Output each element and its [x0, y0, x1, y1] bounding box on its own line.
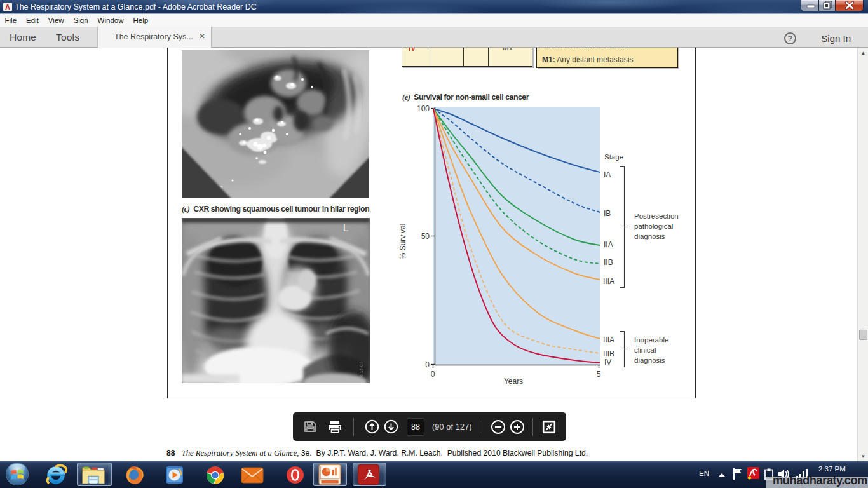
svg-text:Inoperable: Inoperable	[634, 336, 668, 344]
svg-text:5: 5	[597, 370, 601, 379]
svg-text:IIIA: IIIA	[603, 277, 614, 286]
svg-text:Stage: Stage	[604, 153, 623, 161]
svg-text:IB: IB	[604, 209, 611, 218]
svg-text:IIA: IIA	[604, 240, 613, 249]
svg-text:IA: IA	[604, 170, 611, 179]
svg-text:IV: IV	[604, 358, 611, 367]
svg-text:clinical: clinical	[634, 346, 656, 354]
svg-text:IIIA: IIIA	[603, 336, 614, 344]
svg-text:pathological: pathological	[634, 222, 673, 230]
svg-text:IIB: IIB	[604, 258, 613, 267]
svg-text:06-16-07: 06-16-07	[359, 362, 363, 379]
svg-text:diagnosis: diagnosis	[634, 356, 665, 364]
svg-text:diagnosis: diagnosis	[634, 233, 665, 240]
svg-text:IIIB: IIIB	[603, 349, 614, 358]
svg-text:L: L	[343, 222, 349, 233]
svg-text:100: 100	[417, 104, 430, 113]
svg-text:50: 50	[421, 232, 430, 241]
svg-text:% Survival: % Survival	[398, 224, 407, 260]
svg-text:Years: Years	[504, 377, 523, 386]
svg-text:0: 0	[431, 370, 435, 379]
svg-text:0: 0	[425, 360, 430, 369]
svg-text:Postresection: Postresection	[634, 212, 679, 220]
